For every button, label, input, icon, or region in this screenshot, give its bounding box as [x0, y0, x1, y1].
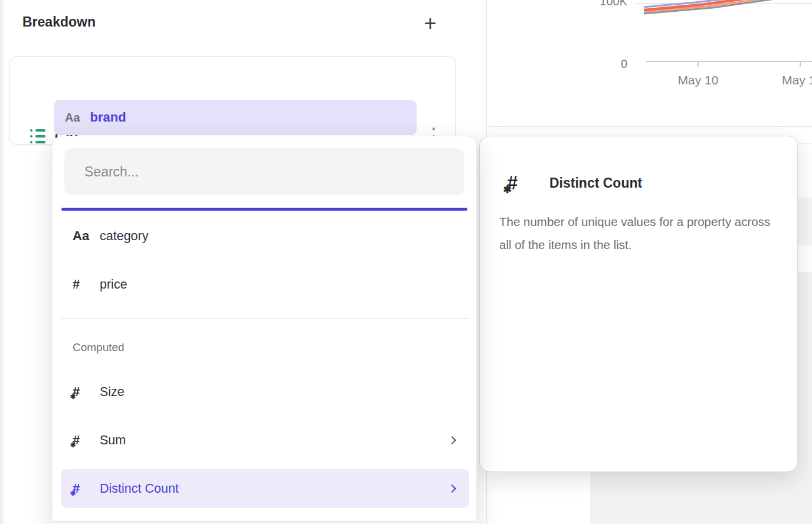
x-tick-may10: May 10 — [669, 73, 728, 87]
text-type-icon: Aa — [65, 111, 80, 125]
tooltip-title: Distinct Count — [549, 175, 642, 191]
chevron-right-icon — [448, 436, 456, 444]
dropdown-item-size[interactable]: ✱# Size — [61, 372, 469, 411]
tab-strip-border — [53, 211, 477, 211]
dropdown-item-distinct-count[interactable]: ✱# Distinct Count — [61, 469, 469, 508]
plus-icon: + — [424, 11, 436, 35]
property-info-tooltip: ✱# Distinct Count The number of unique v… — [479, 136, 798, 472]
dropdown-item-category[interactable]: Aa category — [61, 217, 469, 256]
chip-label: brand — [90, 110, 126, 125]
x-tick-mark — [698, 61, 699, 67]
dropdown-item-sum[interactable]: ✱# Sum — [61, 421, 469, 460]
breakdown-property-card: cart Aa brand — [9, 56, 456, 145]
x-tick-mark — [800, 61, 801, 67]
add-breakdown-button[interactable]: + — [417, 11, 443, 37]
dropdown-item-price[interactable]: # price — [61, 265, 469, 304]
breakdown-title: Breakdown — [22, 14, 96, 30]
dropdown-divider — [61, 318, 469, 319]
app-screen: Breakdown + cart Aa brand 100K 0 — [0, 0, 812, 524]
chart-table-divider — [487, 126, 812, 127]
computed-number-icon: ✱# — [507, 172, 518, 194]
tooltip-description: The number of unique values for a proper… — [499, 210, 782, 256]
computed-number-icon: ✱# — [73, 433, 100, 448]
computed-number-icon: ✱# — [73, 384, 100, 399]
y-tick-0: 0 — [591, 57, 627, 71]
dropdown-footer — [53, 522, 477, 524]
page-edge — [0, 0, 4, 524]
property-dropdown: Aa category # price Computed ✱# Size ✱# … — [52, 136, 477, 524]
search-input[interactable] — [64, 148, 464, 195]
text-type-icon: Aa — [73, 228, 100, 244]
line-chart — [636, 0, 812, 35]
computed-number-icon: ✱# — [73, 481, 100, 496]
x-axis — [646, 61, 812, 62]
list-property-icon — [30, 129, 45, 143]
active-tab-indicator — [61, 208, 467, 211]
number-type-icon: # — [73, 277, 100, 292]
brand-property-chip[interactable]: Aa brand — [54, 100, 417, 135]
chevron-right-icon — [448, 484, 456, 493]
y-tick-100k: 100K — [591, 0, 627, 8]
x-tick-may1x: May 1 — [782, 73, 812, 87]
computed-section-label: Computed — [73, 341, 125, 354]
search-box — [64, 148, 464, 195]
